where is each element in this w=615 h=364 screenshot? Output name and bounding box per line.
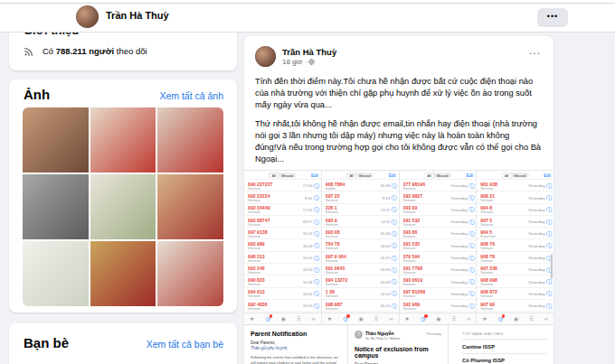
info-icon: ⓘ [314, 183, 319, 189]
info-icon: ⓘ [468, 219, 474, 225]
call-log-screenshot-4[interactable]: AllMissedEdit901 938VietnamYesterdayⓘ908… [477, 171, 554, 324]
parent-notification-screenshot[interactable]: Parent Notification Dear Parents, Thân g… [244, 325, 348, 364]
info-icon: ⓘ [392, 267, 397, 273]
sender-name: Thảo Nguyễn [365, 331, 394, 336]
photo-flowers-room[interactable] [90, 174, 156, 239]
info-icon: ⓘ [314, 303, 319, 309]
post-card: Trần Hà Thuỳ 18 giờ· ... Tính đến thời đ… [244, 36, 554, 364]
keypad-tab-icon: ⠿ [529, 316, 533, 322]
photo-santa-kids-1[interactable] [90, 107, 156, 173]
info-icon: ⓘ [314, 256, 319, 261]
photo-grid [23, 107, 223, 306]
missed-call-row: 094 13272Vietnam15:09ⓘ [322, 275, 399, 287]
favorites-tab-icon: ★ [405, 316, 410, 322]
recents-tab-icon: ◷ [498, 316, 503, 322]
contacts-tab-icon: ◉ [514, 316, 518, 322]
photo-two-women-red[interactable] [157, 174, 223, 239]
post-header: Trần Hà Thuỳ 18 giờ· ... [244, 36, 554, 76]
missed-call-row: 098 987Vietnam15:16ⓘ [322, 300, 399, 312]
contact-match: Cô Phương ISSP [462, 354, 547, 364]
followers-icon [24, 45, 35, 57]
all-missed-segmented-control: AllMissed [502, 173, 529, 178]
info-icon: ⓘ [392, 243, 397, 248]
recents-tab-icon: ◷ [265, 316, 270, 322]
missed-call-row: 092 22224Vietnam9:41ⓘ [244, 191, 321, 203]
profile-sticky-bar: Trần Hà Thuỳ ••• [0, 0, 615, 33]
see-all-friends-link[interactable]: Xem tất cả bạn bè [147, 339, 223, 350]
photos-title: Ảnh [24, 87, 50, 102]
post-timestamp[interactable]: 18 giờ· [282, 58, 315, 66]
info-icon: ⓘ [468, 195, 474, 201]
doc-body: Following the events that unfolded in th… [251, 355, 341, 364]
photo-girl-white-wall[interactable] [23, 241, 89, 306]
info-icon: ⓘ [314, 279, 319, 285]
post-options-button[interactable]: ... [529, 47, 541, 54]
recents-tab-icon: ◷ [343, 316, 347, 322]
profile-menu-button[interactable]: ••• [537, 8, 568, 27]
keypad-tab-icon: ⠿ [452, 316, 456, 322]
missed-call-row: 907 90VietnamYesterdayⓘ [477, 300, 554, 312]
contacts-tab-icon: ◉ [358, 316, 363, 322]
photo-selfie-red-dress[interactable] [90, 241, 156, 306]
avatar[interactable] [255, 46, 276, 67]
missed-call-row: 097 9138Vietnam16:19ⓘ [244, 228, 321, 239]
info-icon: ⓘ [392, 231, 397, 237]
info-icon: ⓘ [546, 183, 552, 189]
contact-matches-screenshot[interactable]: TOP NAME MATCHES Cantine ISSPCô Phương I… [449, 325, 554, 364]
avatar[interactable] [76, 5, 99, 28]
voicemail-tab-icon: ∞ [544, 316, 548, 322]
missed-call-row: 904 8VietnamYesterdayⓘ [477, 204, 554, 216]
mail-recipients: To: Hà Thuỳ Cc: Nathan [365, 337, 400, 341]
info-icon: ⓘ [468, 267, 474, 273]
doc-line: Thân gửi phụ huynh, [251, 346, 341, 351]
sender-avatar: T [355, 331, 363, 339]
missed-call-row: 092 4836Vietnam16:54ⓘ [244, 300, 321, 312]
ios-tab-bar: ★◷◉⠿∞ [244, 313, 321, 324]
globe-privacy-icon [308, 59, 315, 65]
missed-call-row: 908 76VietnamYesterdayⓘ [477, 239, 554, 251]
photos-card: Ảnh Xem tất cả ảnh [9, 79, 237, 313]
favorites-tab-icon: ★ [327, 316, 332, 322]
ios-tab-bar: ★◷◉⠿∞ [477, 313, 554, 324]
call-log-screenshot-1[interactable]: AllMissedEdit090 227227Vietnam17:00ⓘ092 … [244, 171, 322, 324]
friends-card: Bạn bè Xem tất cả bạn bè [9, 323, 237, 364]
missed-call-row: 093 09VietnamYesterdayⓘ [400, 204, 477, 216]
photo-santa-kids-2[interactable] [157, 107, 223, 173]
post-paragraph: Thứ nhất,tôi không hề nhận được email,ti… [255, 118, 543, 165]
see-all-photos-link[interactable]: Xem tất cả ảnh [159, 90, 223, 101]
info-icon: ⓘ [392, 195, 397, 201]
missed-call-row: 092 969VietnamYesterdayⓘ [400, 300, 477, 312]
edit-link: Edit [466, 173, 473, 178]
post-author[interactable]: Trần Hà Thuỳ [282, 47, 336, 57]
profile-name[interactable]: Trần Hà Thuỳ [106, 10, 169, 21]
photo-street-crowd[interactable] [23, 174, 89, 239]
exclusion-email-screenshot[interactable]: T Thảo Nguyễn To: Hà Thuỳ Cc: Nathan Thu… [348, 325, 449, 364]
post-attachment-collage[interactable]: AllMissedEdit090 227227Vietnam17:00ⓘ092 … [244, 170, 554, 364]
info-icon: ⓘ [392, 219, 397, 225]
missed-call-row: 091 0645Vietnam13:45ⓘ [322, 264, 399, 275]
favorites-tab-icon: ★ [482, 316, 487, 322]
missed-call-row: 097 81268VietnamYesterdayⓘ [400, 288, 477, 300]
info-icon: ⓘ [314, 219, 319, 225]
info-icon: ⓘ [546, 279, 552, 285]
info-icon: ⓘ [392, 279, 397, 285]
photo-woman-red-dress[interactable] [157, 241, 223, 306]
missed-call-row: 908 7864mobile15:08ⓘ [322, 180, 399, 191]
missed-call-row: 093 34449Vietnam17:02ⓘ [244, 204, 321, 216]
info-icon: ⓘ [392, 303, 397, 309]
missed-call-row: 093 9Vietnam14:11ⓘ [322, 216, 399, 228]
top-hairline [0, 3, 615, 4]
contact-match-list: Cantine ISSPCô Phương ISSP [462, 340, 547, 364]
all-missed-segmented-control: AllMissed [346, 173, 374, 178]
voicemail-tab-icon: ∞ [389, 316, 393, 322]
info-icon: ⓘ [392, 256, 397, 261]
info-icon: ⓘ [468, 303, 474, 309]
call-log-screenshot-3[interactable]: AllMissedEdit077 98196VietnamYesterdayⓘ0… [400, 171, 478, 324]
missed-call-row: 1 38Vietnam14:10ⓘ [322, 288, 399, 300]
photo-family-selfie[interactable] [23, 107, 89, 173]
all-missed-segmented-control: AllMissed [424, 173, 451, 178]
missed-call-row: 091 535VietnamYesterdayⓘ [400, 239, 477, 251]
missed-call-row: 093 989Vietnam16:09ⓘ [244, 239, 321, 251]
call-log-screenshot-2[interactable]: AllMissedEdit908 7864mobile15:08ⓘ097 22V… [322, 171, 400, 324]
missed-call-row: 093 88747Vietnam09:57ⓘ [244, 216, 321, 228]
